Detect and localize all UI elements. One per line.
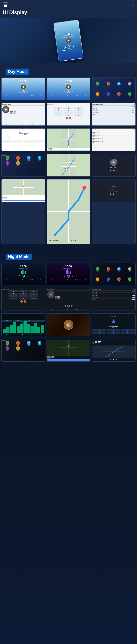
nbc-call[interactable]: 📞	[20, 300, 23, 303]
auto-answer-toggle[interactable]	[132, 110, 135, 111]
sm2-b5[interactable]: ⚙	[85, 95, 86, 96]
day-map-screen[interactable]: Navigation ETA 15 min	[46, 128, 90, 151]
nn-star[interactable]: *	[8, 298, 18, 300]
np-prev[interactable]: ⏮	[110, 169, 112, 171]
nn-5[interactable]: 5	[18, 293, 28, 295]
coffee-go-btn[interactable]: GO	[2, 200, 44, 201]
bt-play[interactable]: ⏸	[22, 120, 25, 122]
wave-b1[interactable]: ⊞	[6, 334, 7, 335]
power-toggle[interactable]	[132, 114, 135, 115]
nbm-b3[interactable]: 📡	[66, 308, 68, 310]
nn-hash[interactable]: #	[29, 298, 38, 300]
na-video[interactable]: 🎬 Video	[114, 275, 124, 284]
sm-prev-1[interactable]: ⏮	[19, 91, 21, 93]
day-bt-settings[interactable]: Bluetooth_Settings ✕ Device name CarBT D…	[92, 103, 136, 126]
lm-item-2[interactable]: 华东_抖音_红2.mp4	[92, 134, 135, 137]
ncoffee-go[interactable]: GO	[48, 359, 90, 361]
night-apps[interactable]: 🕐 🔋 📞 Phone 🎵 Music 🗺 Maps ⚙ S	[92, 262, 136, 285]
nbm-play[interactable]: ⏸	[67, 305, 70, 308]
nbc-close[interactable]: ✕	[44, 289, 44, 290]
num-4[interactable]: 4	[54, 110, 63, 112]
na-music[interactable]: 🎵 Music	[103, 265, 113, 274]
sm2-next[interactable]: ⏭	[71, 91, 73, 93]
na-phone[interactable]: 📞 Phone	[92, 265, 102, 274]
day-apps-screen[interactable]: 🕐 🔋 📞 Phone 🎵 Music 🗺 Maps ⚙ S	[92, 78, 136, 100]
num-3[interactable]: 3	[74, 107, 83, 109]
app-music[interactable]: 🎵 Music	[103, 80, 113, 89]
day-music-screen-1[interactable]: 20:08 🔋 20:08 A dancing dance of eternit…	[2, 78, 46, 100]
app-browser[interactable]: 🌐 Web	[124, 90, 135, 99]
neta-play[interactable]: ▶	[113, 358, 114, 361]
np2-play[interactable]: ▶	[113, 192, 115, 196]
day-local-music[interactable]: LocalMusic ✕ 华东_抖音_红1.mp4 华东_抖音_红2.mp4 华…	[92, 128, 136, 151]
day-not-playing-2[interactable]: Start onUniqlowGorque Road Not Playing ⏮…	[92, 179, 136, 244]
cp-podcast[interactable]: 🎙 Pod	[2, 162, 12, 166]
na-browser[interactable]: 🌐 Web	[124, 275, 135, 284]
lm-item-3[interactable]: 华东_抖音_红3.mp4	[92, 137, 135, 140]
hamburger-menu-button[interactable]	[3, 2, 8, 8]
nbs-close[interactable]: ✕	[134, 289, 135, 290]
cp-msg[interactable]: 💬 Msg	[34, 156, 44, 161]
nbm-b2[interactable]: ♪	[59, 308, 60, 310]
na-bt[interactable]: 🔷 BT	[103, 275, 113, 284]
day-google-screen[interactable]: 🔋 Google 🔍 Search	[2, 128, 46, 151]
nn-9[interactable]: 9	[29, 295, 38, 297]
nbm-prev[interactable]: ⏮	[64, 305, 66, 306]
sm2-play[interactable]: ⏸	[67, 90, 70, 93]
tbt-c2[interactable]: ▲	[107, 329, 121, 331]
ncp-phone[interactable]: 📞 Phone	[2, 341, 12, 346]
num-star[interactable]: *	[54, 114, 63, 116]
np-next[interactable]: ⏭	[116, 169, 118, 171]
lm-item-4[interactable]: 华东_抖音_红4.mp4	[92, 140, 135, 143]
google-search-bar[interactable]: 🔍 Search	[4, 136, 42, 138]
end-btn[interactable]: ✕	[69, 117, 72, 120]
num-hash[interactable]: #	[74, 114, 83, 116]
day-music-screen-2[interactable]: 20:08 🔋 20:08 A dancing dance of eternit…	[46, 78, 90, 100]
ncp-music[interactable]: 🎵 Music	[13, 341, 23, 346]
nbs-connect-toggle[interactable]	[132, 297, 135, 298]
nm1-b5[interactable]: ⚙	[40, 279, 41, 280]
day-not-playing[interactable]: Not Playing ⏮ ▶ ⏭	[92, 154, 136, 176]
bt-settings-close[interactable]: ✕	[134, 104, 135, 105]
bt-prev[interactable]: ⏮	[19, 120, 21, 122]
nm2-b1[interactable]: ⊞	[51, 279, 52, 280]
sm-play-1[interactable]: ⏸	[22, 90, 25, 93]
nm2-b5[interactable]: ⚙	[85, 279, 86, 280]
num-0[interactable]: 0	[64, 114, 74, 116]
nn-1[interactable]: 1	[8, 290, 18, 292]
na-radio[interactable]: 📻 Radio	[92, 275, 102, 284]
nm1-b3[interactable]: 📡	[22, 279, 23, 280]
cp-maps[interactable]: 🗺 Maps	[24, 156, 34, 161]
btm-b2[interactable]: ♪	[14, 124, 14, 125]
sm-nav-2[interactable]: ♪	[14, 95, 14, 96]
day-carplay-apps[interactable]: CarPlay 📞 Phone 🎵 Music 🗺 Maps 💬 Msg	[2, 154, 46, 176]
btm-b4[interactable]: AUTO	[30, 124, 33, 125]
ncp-pod[interactable]: 🎙 Pod	[2, 346, 12, 351]
night-coffee[interactable]: Sunny Coffee Modern Restaurant 18:16 ETA…	[46, 339, 90, 362]
day-eta-card[interactable]: 9.0 mi 18:16 ETA	[46, 179, 90, 244]
tbt-c4[interactable]: ◀	[92, 332, 106, 334]
nm2-prev[interactable]: ⏮	[64, 275, 66, 277]
nbm-next[interactable]: ⏭	[71, 305, 73, 306]
nm1-b1[interactable]: ⊞	[6, 279, 7, 280]
nm2-b4[interactable]: AUTO	[75, 279, 78, 280]
nm2-b3[interactable]: 📡	[66, 279, 68, 280]
sm-nav-5[interactable]: ⚙	[40, 95, 41, 96]
cp-phone[interactable]: 📞 Phone	[2, 156, 12, 161]
bt-call-close[interactable]: ✕	[89, 104, 90, 105]
ncp-waze[interactable]: 🔷 Waze	[13, 346, 23, 351]
sm-next-1[interactable]: ⏭	[26, 91, 28, 93]
sm-nav-3[interactable]: 📡	[22, 95, 23, 96]
nm1-prev[interactable]: ⏮	[19, 275, 21, 277]
num-6[interactable]: 6	[74, 110, 83, 112]
night-carplay[interactable]: CarPlay 📞 Phone 🎵 Music 🗺 Maps 💬 Msg	[2, 339, 46, 362]
wave-ctrl-4[interactable]: VOL	[34, 320, 44, 322]
cp-music[interactable]: 🎵 Music	[13, 156, 23, 161]
night-bt-call[interactable]: Bluetooth_Call ✕ 1 2 3 4 5 6 7 8 9 * 0 #…	[2, 288, 46, 311]
sm-nav-1[interactable]: ⊞	[6, 95, 7, 96]
night-waveform[interactable]: BASS MID TREB VOL ⊞ ♪	[2, 314, 46, 336]
sm2-prev[interactable]: ⏮	[64, 91, 66, 93]
hero-prev-btn[interactable]: ⏮	[64, 46, 66, 49]
nm1-next[interactable]: ⏭	[26, 275, 28, 277]
btm-b3[interactable]: 📡	[22, 124, 23, 125]
